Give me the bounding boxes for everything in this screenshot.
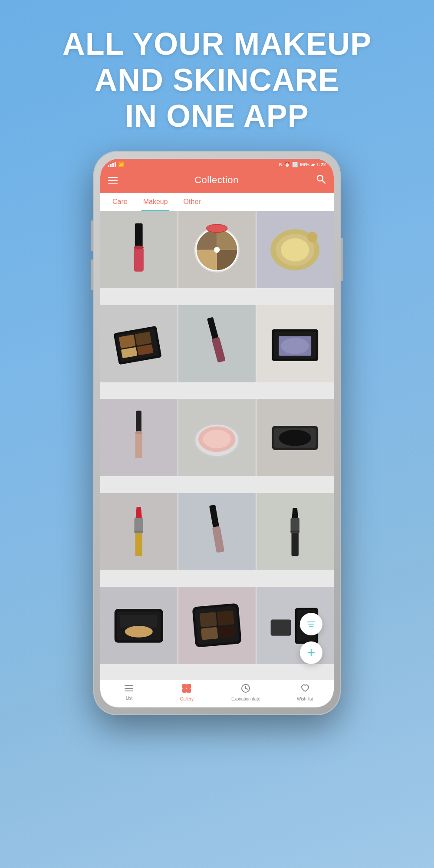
svg-point-6	[214, 247, 220, 253]
wifi-icon: 📶	[118, 161, 125, 168]
header-title: Collection	[194, 174, 239, 186]
svg-rect-33	[135, 532, 142, 556]
product-cell-10[interactable]	[100, 493, 178, 570]
wishlist-icon	[300, 684, 310, 695]
svg-marker-41	[292, 508, 298, 518]
clock: 1:22	[316, 162, 326, 167]
svg-rect-67	[183, 689, 186, 692]
signal-bars	[108, 162, 116, 167]
product-cell-11[interactable]	[178, 493, 256, 570]
product-eyeshadow-round	[188, 221, 246, 279]
nav-expiration[interactable]: Expiration date	[231, 684, 260, 701]
svg-point-32	[279, 430, 312, 446]
svg-rect-45	[120, 615, 157, 628]
filter-fab-button[interactable]	[300, 613, 322, 635]
phone-mockup: 📶 N ⏰ ⬜ 96% ▰ 1:22 Collection	[93, 151, 341, 715]
hero-heading: ALL YOUR MAKEUP AND SKINCARE IN ONE APP	[62, 26, 372, 134]
product-cell-14[interactable]	[178, 587, 256, 664]
menu-line-1	[108, 177, 118, 178]
product-cell-13[interactable]	[100, 587, 178, 664]
svg-rect-37	[209, 505, 219, 529]
hero-line1: ALL YOUR MAKEUP	[62, 26, 372, 62]
product-cell-4[interactable]	[100, 305, 178, 382]
alarm-icon: ⏰	[284, 162, 290, 168]
product-eyeshadow-palette	[110, 315, 168, 373]
product-loose-powder	[188, 408, 246, 467]
bottom-nav: List Gallery	[100, 680, 334, 707]
product-lipstick-dark	[266, 503, 324, 561]
tabs-bar: Care Makeup Other	[100, 193, 334, 211]
svg-rect-56	[271, 620, 291, 636]
product-compact-black-1	[110, 596, 168, 654]
svg-point-11	[307, 232, 318, 242]
product-compact-black-2	[188, 596, 246, 654]
product-cell-3[interactable]	[256, 211, 334, 288]
product-cell-6[interactable]	[256, 305, 334, 382]
product-cell-1[interactable]	[100, 211, 178, 288]
svg-marker-35	[136, 507, 142, 518]
svg-rect-18	[207, 317, 219, 340]
product-cell-7[interactable]	[100, 399, 178, 476]
product-lipgloss-red	[110, 221, 168, 279]
status-bar: 📶 N ⏰ ⬜ 96% ▰ 1:22	[100, 159, 334, 169]
svg-point-29	[203, 430, 231, 449]
product-lipgloss-dark	[188, 315, 246, 373]
product-compact-dark	[266, 408, 324, 467]
nav-gallery[interactable]: Gallery	[174, 684, 200, 701]
product-cell-12[interactable]	[256, 493, 334, 570]
expiration-icon	[241, 684, 250, 695]
nav-wishlist-label: Wish list	[297, 697, 313, 701]
menu-line-2	[108, 180, 118, 181]
svg-point-10	[281, 238, 309, 261]
svg-rect-25	[135, 433, 142, 459]
nfc-icon: N	[279, 162, 283, 167]
add-fab-button[interactable]	[300, 641, 322, 664]
svg-rect-51	[201, 627, 218, 640]
signal-bar-4	[115, 162, 116, 167]
svg-rect-42	[291, 531, 300, 533]
svg-point-4	[134, 245, 144, 249]
svg-rect-66	[187, 684, 191, 688]
product-compact-gold	[266, 221, 324, 279]
svg-rect-65	[183, 684, 186, 688]
signal-bar-1	[108, 165, 109, 167]
tab-other[interactable]: Other	[176, 193, 209, 211]
list-icon	[124, 684, 134, 694]
signal-bar-2	[110, 164, 112, 167]
nav-wishlist[interactable]: Wish list	[292, 684, 318, 701]
svg-point-7	[207, 224, 227, 233]
fab-area	[300, 613, 322, 664]
status-left: 📶	[108, 161, 125, 168]
svg-point-23	[281, 338, 309, 354]
gallery-icon	[182, 684, 191, 695]
product-lipgloss-mauve	[188, 503, 246, 561]
product-grid	[100, 211, 334, 680]
product-cell-9[interactable]	[256, 399, 334, 476]
product-cell-5[interactable]	[178, 305, 256, 382]
product-cell-2[interactable]	[178, 211, 256, 288]
product-lipstick-red	[110, 503, 168, 561]
nav-gallery-label: Gallery	[180, 697, 194, 701]
svg-point-26	[135, 431, 142, 434]
svg-rect-52	[218, 625, 236, 638]
tab-makeup[interactable]: Makeup	[135, 193, 176, 211]
nav-list-label: List	[126, 696, 133, 700]
signal-bar-3	[112, 163, 114, 167]
nav-list[interactable]: List	[116, 684, 142, 700]
nav-expiration-label: Expiration date	[231, 697, 260, 701]
hero-line3: IN ONE APP	[62, 98, 372, 134]
status-right: N ⏰ ⬜ 96% ▰ 1:22	[279, 162, 326, 168]
tab-care[interactable]: Care	[105, 193, 135, 211]
svg-rect-38	[212, 526, 225, 553]
screen-record-icon: ⬜	[292, 162, 298, 168]
battery-icon: ▰	[311, 162, 315, 168]
search-button[interactable]	[316, 174, 326, 187]
menu-line-3	[108, 183, 118, 184]
product-lipgloss-nude	[110, 408, 168, 467]
svg-rect-3	[134, 247, 144, 272]
battery-percent: 96%	[300, 162, 309, 167]
product-cell-8[interactable]	[178, 399, 256, 476]
menu-button[interactable]	[108, 177, 118, 184]
svg-rect-49	[200, 612, 217, 627]
svg-rect-39	[292, 532, 299, 556]
